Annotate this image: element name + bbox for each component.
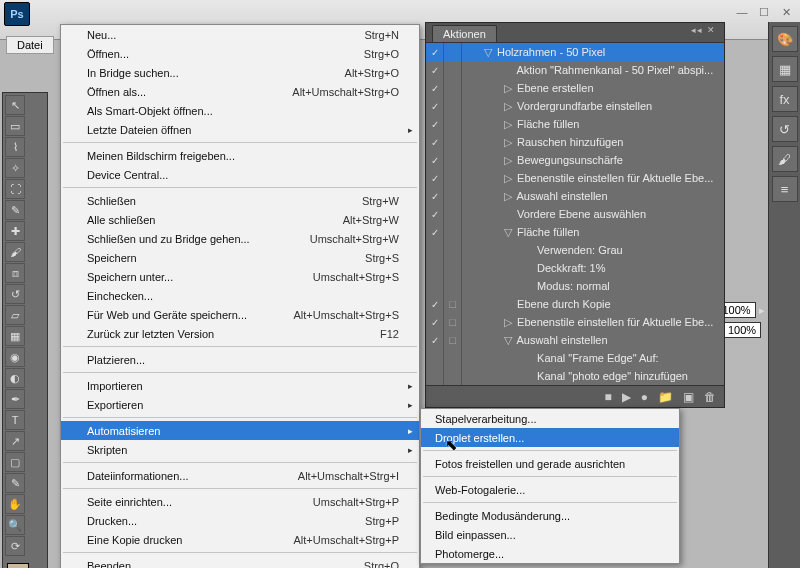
swatches-panel-icon[interactable]: ▦ xyxy=(772,56,798,82)
menu-item[interactable]: Skripten xyxy=(61,440,419,459)
tool-gradient[interactable]: ▦ xyxy=(5,326,25,346)
menu-item[interactable]: Neu...Strg+N xyxy=(61,25,419,44)
submenu-item[interactable]: Web-Fotogalerie... xyxy=(421,480,679,499)
menu-arrow-icon[interactable]: ▸ xyxy=(759,304,765,316)
stop-icon[interactable]: ■ xyxy=(605,390,612,404)
menu-item[interactable]: Exportieren xyxy=(61,395,419,414)
action-row[interactable]: ▽ Auswahl einstellen xyxy=(426,331,724,349)
tool-brush[interactable]: 🖌 xyxy=(5,242,25,262)
action-row[interactable]: Kanal "photo edge" hinzufügen xyxy=(426,367,724,385)
play-icon[interactable]: ▶ xyxy=(622,390,631,404)
brushes-panel-icon[interactable]: 🖌 xyxy=(772,146,798,172)
action-row[interactable]: Vordere Ebene auswählen xyxy=(426,205,724,223)
tool-shape[interactable]: ▢ xyxy=(5,452,25,472)
file-menu: Neu...Strg+NÖffnen...Strg+OIn Bridge suc… xyxy=(60,24,420,568)
color-panel-icon[interactable]: 🎨 xyxy=(772,26,798,52)
panel-tabs: Aktionen xyxy=(426,23,724,43)
tool-path[interactable]: ↗ xyxy=(5,431,25,451)
fill-value[interactable]: 100% xyxy=(723,322,761,338)
submenu-item[interactable]: Stapelverarbeitung... xyxy=(421,409,679,428)
file-menu-button[interactable]: Datei xyxy=(6,36,54,54)
window-controls[interactable]: — ☐ ✕ xyxy=(734,6,794,19)
tool-move[interactable]: ↖ xyxy=(5,95,25,115)
submenu-item[interactable]: Bild einpassen... xyxy=(421,525,679,544)
tool-rotate[interactable]: ⟳ xyxy=(5,536,25,556)
menu-item[interactable]: Automatisieren xyxy=(61,421,419,440)
action-row[interactable]: ▷ Bewegungsunschärfe xyxy=(426,151,724,169)
menu-item[interactable]: Speichern unter...Umschalt+Strg+S xyxy=(61,267,419,286)
menu-item[interactable]: Platzieren... xyxy=(61,350,419,369)
menu-item[interactable]: Importieren xyxy=(61,376,419,395)
action-row[interactable]: ▽ Fläche füllen xyxy=(426,223,724,241)
action-row[interactable]: ▷ Rauschen hinzufügen xyxy=(426,133,724,151)
maximize-icon[interactable]: ☐ xyxy=(756,6,772,19)
styles-panel-icon[interactable]: fx xyxy=(772,86,798,112)
action-row[interactable]: ▷ Ebenenstile einstellen für Aktuelle Eb… xyxy=(426,313,724,331)
menu-item[interactable]: Alle schließenAlt+Strg+W xyxy=(61,210,419,229)
menu-item[interactable]: Letzte Dateien öffnen xyxy=(61,120,419,139)
action-row[interactable]: ▷ Ebenenstile einstellen für Aktuelle Eb… xyxy=(426,169,724,187)
action-row[interactable]: ▷ Vordergrundfarbe einstellen xyxy=(426,97,724,115)
action-row[interactable]: Modus: normal xyxy=(426,277,724,295)
history-panel-icon[interactable]: ↺ xyxy=(772,116,798,142)
menu-item[interactable]: Einchecken... xyxy=(61,286,419,305)
panel-collapse-icon[interactable]: ◂◂ ✕ xyxy=(691,25,716,35)
tool-notes[interactable]: ✎ xyxy=(5,473,25,493)
tool-type[interactable]: T xyxy=(5,410,25,430)
action-row[interactable]: Deckkraft: 1% xyxy=(426,259,724,277)
color-swatch[interactable] xyxy=(5,561,43,568)
menu-item[interactable]: Zurück zur letzten VersionF12 xyxy=(61,324,419,343)
close-icon[interactable]: ✕ xyxy=(778,6,794,19)
action-row[interactable]: ▽ Holzrahmen - 50 Pixel xyxy=(426,43,724,61)
automate-submenu: Stapelverarbeitung...Droplet erstellen..… xyxy=(420,408,680,564)
new-folder-icon[interactable]: 📁 xyxy=(658,390,673,404)
tool-hand[interactable]: ✋ xyxy=(5,494,25,514)
action-row[interactable]: ▷ Ebene erstellen xyxy=(426,79,724,97)
trash-icon[interactable]: 🗑 xyxy=(704,390,716,404)
tool-wand[interactable]: ✧ xyxy=(5,158,25,178)
tab-aktionen[interactable]: Aktionen xyxy=(432,25,497,42)
menu-item[interactable]: Eine Kopie druckenAlt+Umschalt+Strg+P xyxy=(61,530,419,549)
menu-item[interactable]: Dateiinformationen...Alt+Umschalt+Strg+I xyxy=(61,466,419,485)
action-row[interactable]: Aktion "Rahmenkanal - 50 Pixel" abspi... xyxy=(426,61,724,79)
action-row[interactable]: Ebene durch Kopie xyxy=(426,295,724,313)
tool-history[interactable]: ↺ xyxy=(5,284,25,304)
tool-stamp[interactable]: ⧈ xyxy=(5,263,25,283)
menu-item[interactable]: Öffnen...Strg+O xyxy=(61,44,419,63)
action-row[interactable]: ▷ Auswahl einstellen xyxy=(426,187,724,205)
tool-crop[interactable]: ⛶ xyxy=(5,179,25,199)
menu-item[interactable]: Drucken...Strg+P xyxy=(61,511,419,530)
record-icon[interactable]: ● xyxy=(641,390,648,404)
menu-item[interactable]: Seite einrichten...Umschalt+Strg+P xyxy=(61,492,419,511)
layers-panel-icon[interactable]: ≡ xyxy=(772,176,798,202)
tool-eyedropper[interactable]: ✎ xyxy=(5,200,25,220)
menu-item[interactable]: In Bridge suchen...Alt+Strg+O xyxy=(61,63,419,82)
new-action-icon[interactable]: ▣ xyxy=(683,390,694,404)
menu-item[interactable]: Für Web und Geräte speichern...Alt+Umsch… xyxy=(61,305,419,324)
tool-blur[interactable]: ◉ xyxy=(5,347,25,367)
tool-pen[interactable]: ✒ xyxy=(5,389,25,409)
menu-item[interactable]: BeendenStrg+Q xyxy=(61,556,419,568)
menu-item[interactable]: Schließen und zu Bridge gehen...Umschalt… xyxy=(61,229,419,248)
menu-item[interactable]: Als Smart-Objekt öffnen... xyxy=(61,101,419,120)
tool-eraser[interactable]: ▱ xyxy=(5,305,25,325)
tool-lasso[interactable]: ⌇ xyxy=(5,137,25,157)
action-row[interactable]: Kanal "Frame Edge" Auf: xyxy=(426,349,724,367)
minimize-icon[interactable]: — xyxy=(734,6,750,19)
submenu-item[interactable]: Fotos freistellen und gerade ausrichten xyxy=(421,454,679,473)
menu-item[interactable]: SchließenStrg+W xyxy=(61,191,419,210)
action-row[interactable]: Verwenden: Grau xyxy=(426,241,724,259)
tool-zoom[interactable]: 🔍 xyxy=(5,515,25,535)
submenu-item[interactable]: Droplet erstellen... xyxy=(421,428,679,447)
submenu-item[interactable]: Photomerge... xyxy=(421,544,679,563)
menu-item[interactable]: Öffnen als...Alt+Umschalt+Strg+O xyxy=(61,82,419,101)
foreground-color[interactable] xyxy=(7,563,29,568)
submenu-item[interactable]: Bedingte Modusänderung... xyxy=(421,506,679,525)
tool-healing[interactable]: ✚ xyxy=(5,221,25,241)
tool-marquee[interactable]: ▭ xyxy=(5,116,25,136)
menu-item[interactable]: SpeichernStrg+S xyxy=(61,248,419,267)
menu-item[interactable]: Meinen Bildschirm freigeben... xyxy=(61,146,419,165)
tool-dodge[interactable]: ◐ xyxy=(5,368,25,388)
action-row[interactable]: ▷ Fläche füllen xyxy=(426,115,724,133)
menu-item[interactable]: Device Central... xyxy=(61,165,419,184)
